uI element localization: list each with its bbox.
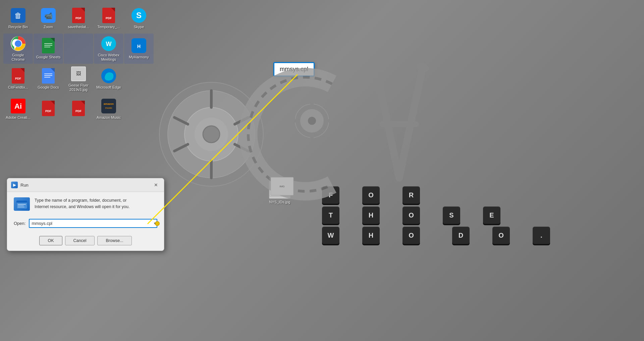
run-open-input[interactable] [29, 219, 157, 228]
key-f: F [322, 186, 339, 204]
key-o: O [362, 186, 380, 204]
svg-rect-30 [72, 8, 85, 23]
key-h: H [362, 206, 380, 224]
desktop-icon-pdf1[interactable]: PDF [34, 94, 63, 124]
run-description-line1: Type the name of a program, folder, docu… [35, 198, 126, 203]
desktop-icon-google-docs[interactable]: Google Docs [34, 64, 63, 94]
geese-flyer-label: Geese Flyer 2019v3.jpg [66, 83, 91, 92]
recycle-bin-label: Recycle Bin [8, 25, 28, 29]
key-dot: . [533, 227, 550, 244]
sheets-label: Google Sheets [36, 55, 61, 59]
run-cancel-button[interactable]: Cancel [65, 236, 95, 245]
adobe-label: Adobe Creati... [6, 115, 30, 120]
key-o3: O [402, 227, 420, 244]
geese-flyer-icon: 🖼 [70, 66, 87, 82]
svg-text:PDF: PDF [75, 16, 82, 20]
svg-rect-80 [18, 207, 24, 207]
temporary-label: Temporary_... [97, 25, 120, 29]
desktop-icon-temporary[interactable]: PDF Temporary_... [94, 3, 123, 34]
desktop-icon-edge[interactable]: Microsoft Edge [94, 64, 123, 94]
desktop-icon-myharmony[interactable]: H MyHarmony [124, 34, 154, 64]
keyboard-decoration: F O R T H O S E W H O D O . [322, 186, 550, 247]
desktop-icon-blank2 [124, 64, 154, 94]
desktop-icon-citifield[interactable]: PDF CitiFieldtix... [3, 64, 33, 94]
run-dialog-icon: ▶ [11, 182, 18, 188]
chrome-label: Google Chrome [5, 53, 31, 62]
yellow-dot-indicator [155, 221, 160, 226]
run-dialog-close-button[interactable]: ✕ [152, 181, 160, 189]
savethedate-label: savethedat... [68, 25, 89, 29]
sheets-icon [40, 38, 56, 54]
key-s: S [443, 206, 460, 224]
run-dialog: ▶ Run ✕ Type the name of a program, fold… [7, 178, 164, 251]
desktop-icon-chrome[interactable]: Google Chrome [3, 34, 33, 64]
temporary-icon: PDF [101, 7, 117, 23]
desktop-icon-sheets[interactable]: Google Sheets [34, 34, 63, 64]
svg-text:🖼: 🖼 [76, 71, 81, 76]
svg-text:H: H [137, 44, 141, 49]
keyboard-row-3: W H O D O . [322, 227, 550, 244]
skype-label: Skype [134, 25, 144, 29]
svg-rect-67 [72, 101, 85, 116]
desktop-icon-zoom[interactable]: 📹 Zoom [34, 3, 63, 34]
desktop-icon-blank1 [64, 34, 93, 64]
run-description-line2: Internet resource, and Windows will open… [35, 204, 129, 209]
zoom-label: Zoom [44, 25, 53, 29]
mmsys-tooltip: mmsys.cpl [273, 62, 315, 77]
edge-label: Microsoft Edge [96, 85, 121, 90]
svg-rect-57 [44, 77, 50, 78]
chrome-icon [10, 36, 26, 52]
webex-label: Cisco Webex Meetings [96, 53, 121, 62]
key-d: D [452, 227, 470, 244]
desktop-icon-skype[interactable]: S Skype [124, 3, 154, 34]
nys-ids-file[interactable]: ID Card NYS_IDs.jpg [265, 177, 294, 204]
svg-rect-44 [44, 45, 52, 46]
svg-text:Ai: Ai [14, 102, 22, 110]
svg-rect-33 [102, 8, 115, 23]
run-dialog-description: Type the name of a program, folder, docu… [35, 197, 129, 210]
desktop-icon-geese-flyer[interactable]: 🖼 Geese Flyer 2019v3.jpg [64, 64, 93, 94]
svg-rect-55 [44, 74, 52, 74]
pdf1-icon: PDF [40, 100, 56, 116]
svg-rect-77 [16, 201, 27, 203]
svg-rect-64 [42, 101, 55, 116]
run-dialog-large-icon [14, 197, 30, 211]
google-docs-label: Google Docs [38, 85, 59, 90]
run-dialog-open-row: Open: ▾ [7, 216, 164, 233]
savethedate-icon: PDF [70, 7, 87, 23]
run-browse-button[interactable]: Browse... [97, 236, 131, 245]
desktop-icon-savethedate[interactable]: PDF savethedat... [64, 3, 93, 34]
amazon-music-icon: amazon music [101, 98, 117, 114]
svg-point-40 [16, 41, 20, 46]
svg-text:PDF: PDF [106, 16, 112, 20]
svg-text:W: W [106, 41, 112, 47]
svg-rect-70 [101, 99, 116, 113]
key-h2: H [362, 227, 380, 244]
adobe-icon: Ai [10, 98, 26, 114]
svg-text:ID Card: ID Card [275, 186, 285, 189]
edge-icon [101, 68, 117, 84]
svg-rect-45 [44, 47, 50, 47]
run-open-label: Open: [14, 221, 25, 226]
run-dialog-buttons: OK Cancel Browse... [7, 233, 164, 251]
myharmony-label: MyHarmony [129, 55, 149, 59]
svg-text:📹: 📹 [44, 12, 53, 20]
desktop-icon-adobe[interactable]: Ai Adobe Creati... [3, 94, 33, 124]
run-dialog-body: Type the name of a program, folder, docu… [7, 192, 164, 216]
desktop-icon-recycle-bin[interactable]: 🗑 Recycle Bin [3, 3, 33, 34]
desktop-icon-amazon-music[interactable]: amazon music Amazon Music [94, 94, 123, 124]
svg-text:PDF: PDF [45, 109, 52, 113]
pdf2-icon: PDF [70, 100, 87, 116]
key-o2: O [402, 206, 420, 224]
google-docs-icon [40, 68, 56, 84]
key-w: W [322, 227, 339, 244]
desktop-icon-webex[interactable]: W Cisco Webex Meetings [94, 34, 123, 64]
myharmony-icon: H [131, 38, 147, 54]
desktop-icons-container: 🗑 Recycle Bin 📹 Zoom PDF savethedat... [0, 0, 158, 128]
svg-rect-56 [44, 75, 52, 76]
run-ok-button[interactable]: OK [39, 236, 62, 245]
key-t: T [322, 206, 339, 224]
svg-text:music: music [105, 106, 112, 109]
desktop-icon-pdf2[interactable]: PDF [64, 94, 93, 124]
nys-ids-icon: ID Card [269, 177, 290, 199]
